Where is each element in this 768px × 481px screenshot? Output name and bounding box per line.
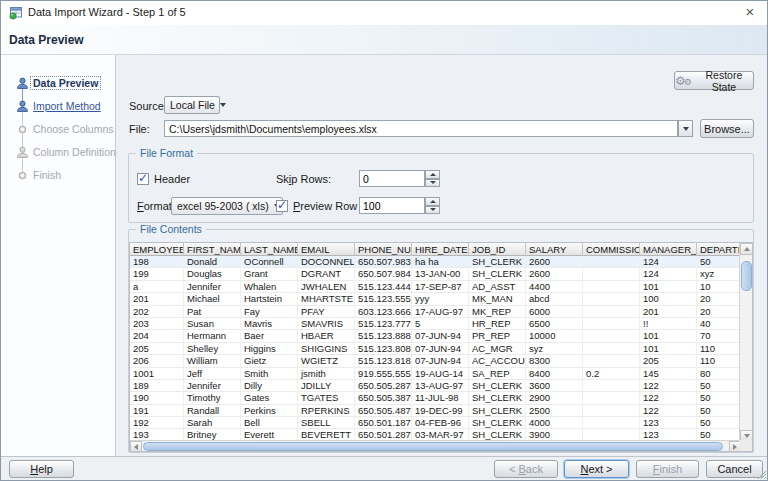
table-cell[interactable]: SBELL [298, 417, 355, 429]
table-cell[interactable]: 0.2 [583, 368, 640, 380]
table-cell[interactable]: 80 [697, 368, 741, 380]
table-cell[interactable]: 13-JAN-00 [412, 268, 469, 280]
table-cell[interactable] [583, 392, 640, 404]
table-cell[interactable]: Perkins [241, 405, 298, 417]
table-cell[interactable]: 199 [130, 268, 184, 280]
table-row[interactable]: 202PatFayPFAY603.123.666617-AUG-97MK_REP… [130, 306, 741, 318]
table-cell[interactable]: 122 [640, 380, 697, 392]
table-cell[interactable]: Jeff [184, 368, 241, 380]
table-cell[interactable] [583, 256, 640, 268]
table-cell[interactable]: 50 [697, 380, 741, 392]
vertical-scrollbar-thumb[interactable] [741, 261, 752, 291]
table-cell[interactable]: 192 [130, 417, 184, 429]
table-cell[interactable]: Mavris [241, 318, 298, 330]
table-cell[interactable]: 4400 [526, 281, 583, 293]
preview-limit-decrement-button[interactable] [425, 206, 440, 215]
source-dropdown[interactable]: Local File [164, 96, 220, 114]
help-button[interactable]: Help [9, 460, 74, 478]
table-cell[interactable]: 2600 [526, 268, 583, 280]
table-cell[interactable]: Pat [184, 306, 241, 318]
table-cell[interactable]: 124 [640, 256, 697, 268]
sidebar-step-import-method[interactable]: Import Method [1, 96, 116, 119]
file-combo-dropdown-button[interactable] [678, 120, 693, 137]
sidebar-step-data-preview[interactable]: Data Preview [1, 73, 116, 96]
table-cell[interactable]: SA_REP [469, 368, 526, 380]
table-cell[interactable]: 515.123.8888 [355, 330, 412, 342]
table-cell[interactable]: SH_CLERK [469, 392, 526, 404]
table-cell[interactable]: 206 [130, 355, 184, 367]
table-row[interactable]: 204HermannBaerHBAER515.123.888807-JUN-94… [130, 330, 741, 342]
table-cell[interactable]: 515.123.4444 [355, 281, 412, 293]
table-cell[interactable]: 50 [697, 392, 741, 404]
table-cell[interactable]: 190 [130, 392, 184, 404]
table-cell[interactable]: Hermann [184, 330, 241, 342]
table-cell[interactable]: 198 [130, 256, 184, 268]
table-cell[interactable] [583, 330, 640, 342]
table-cell[interactable]: 124 [640, 268, 697, 280]
cancel-button[interactable]: Cancel [706, 460, 763, 478]
table-cell[interactable]: 04-FEB-96 [412, 417, 469, 429]
table-cell[interactable]: 50 [697, 405, 741, 417]
table-cell[interactable]: 07-JUN-94 [412, 355, 469, 367]
table-cell[interactable]: 8400 [526, 368, 583, 380]
table-cell[interactable]: abcd [526, 293, 583, 305]
table-cell[interactable]: William [184, 355, 241, 367]
resize-grip[interactable] [756, 469, 766, 481]
table-row[interactable]: 206WilliamGietzWGIETZ515.123.818107-JUN-… [130, 355, 741, 367]
table-cell[interactable]: 515.123.8181 [355, 355, 412, 367]
table-cell[interactable]: 20 [697, 293, 741, 305]
table-cell[interactable]: Douglas [184, 268, 241, 280]
table-cell[interactable]: 2900 [526, 392, 583, 404]
table-cell[interactable]: 19-AUG-14 [412, 368, 469, 380]
table-cell[interactable] [583, 343, 640, 355]
table-cell[interactable]: 2500 [526, 405, 583, 417]
column-header-firstname[interactable]: FIRST_NAME [184, 243, 241, 256]
table-cell[interactable]: JWHALEN [298, 281, 355, 293]
table-cell[interactable]: SH_CLERK [469, 268, 526, 280]
table-cell[interactable]: 110 [697, 343, 741, 355]
table-cell[interactable]: 8300 [526, 355, 583, 367]
table-cell[interactable]: 100 [640, 293, 697, 305]
table-cell[interactable]: MK_MAN [469, 293, 526, 305]
table-cell[interactable]: 6500 [526, 318, 583, 330]
skip-rows-input[interactable] [359, 170, 425, 187]
table-cell[interactable]: HBAER [298, 330, 355, 342]
table-cell[interactable]: 202 [130, 306, 184, 318]
table-cell[interactable]: 110 [697, 355, 741, 367]
table-cell[interactable]: 07-JUN-94 [412, 343, 469, 355]
table-cell[interactable]: 515.123.7777 [355, 318, 412, 330]
table-cell[interactable]: 650.505.4876 [355, 405, 412, 417]
table-cell[interactable]: Donald [184, 256, 241, 268]
table-cell[interactable] [583, 417, 640, 429]
table-row[interactable]: 191RandallPerkinsRPERKINS650.505.487619-… [130, 405, 741, 417]
browse-button[interactable]: Browse... [700, 119, 754, 138]
table-cell[interactable]: 19-DEC-99 [412, 405, 469, 417]
table-row[interactable]: 199DouglasGrantDGRANT650.507.984413-JAN-… [130, 268, 741, 280]
table-cell[interactable]: 203 [130, 318, 184, 330]
table-cell[interactable]: 650.501.1876 [355, 417, 412, 429]
table-cell[interactable]: 4000 [526, 417, 583, 429]
table-cell[interactable]: 145 [640, 368, 697, 380]
table-cell[interactable]: Timothy [184, 392, 241, 404]
next-button[interactable]: Next > [564, 460, 629, 478]
table-cell[interactable]: Randall [184, 405, 241, 417]
column-header-email[interactable]: EMAIL [298, 243, 355, 256]
preview-row-limit-input[interactable] [359, 197, 425, 214]
table-cell[interactable]: 515.123.5555 [355, 293, 412, 305]
table-cell[interactable] [583, 405, 640, 417]
table-cell[interactable]: Susan [184, 318, 241, 330]
table-cell[interactable]: Gates [241, 392, 298, 404]
table-cell[interactable]: 205 [130, 343, 184, 355]
table-cell[interactable]: MHARTSTE [298, 293, 355, 305]
table-cell[interactable]: OConnell [241, 256, 298, 268]
table-cell[interactable]: 17-SEP-87 [412, 281, 469, 293]
finish-button[interactable]: Finish [636, 460, 699, 478]
table-cell[interactable]: !! [640, 318, 697, 330]
column-header-managerid[interactable]: MANAGER_ID [640, 243, 697, 256]
table-cell[interactable]: 650.505.2876 [355, 380, 412, 392]
table-cell[interactable]: 50 [697, 417, 741, 429]
table-cell[interactable]: yyy [412, 293, 469, 305]
table-cell[interactable]: Jennifer [184, 281, 241, 293]
table-cell[interactable]: SH_CLERK [469, 380, 526, 392]
back-button[interactable]: < Back [494, 460, 558, 478]
